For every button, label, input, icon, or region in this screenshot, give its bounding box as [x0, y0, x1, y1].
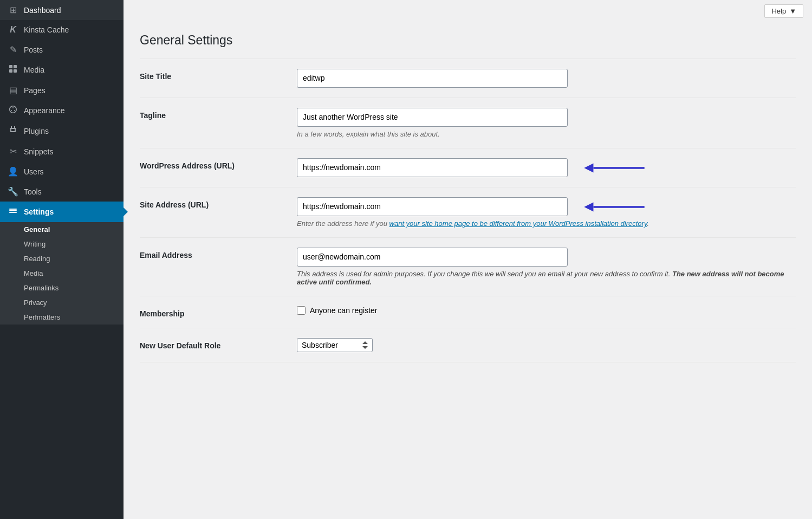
- tagline-control: In a few words, explain what this site i…: [297, 108, 796, 138]
- kinsta-icon: K: [8, 25, 18, 35]
- sidebar-item-snippets[interactable]: ✂ Snippets: [0, 141, 124, 161]
- sidebar-item-tools[interactable]: 🔧 Tools: [0, 181, 124, 202]
- sidebar-sub-item-privacy[interactable]: Privacy: [0, 295, 124, 310]
- sidebar-sub-item-perfmatters[interactable]: Perfmatters: [0, 310, 124, 325]
- site-address-help: Enter the address here if you want your …: [297, 219, 796, 228]
- settings-active-arrow: [122, 206, 128, 217]
- svg-point-5: [11, 110, 12, 111]
- site-address-arrow-container: [297, 197, 796, 216]
- sidebar-item-appearance[interactable]: Appearance: [0, 100, 124, 121]
- sidebar-item-dashboard[interactable]: ⊞ Dashboard: [0, 0, 124, 20]
- wp-address-arrow-container: [297, 158, 796, 177]
- tagline-help: In a few words, explain what this site i…: [297, 130, 796, 138]
- sidebar-item-label: Pages: [24, 86, 46, 95]
- sidebar-item-label: Snippets: [24, 147, 53, 156]
- tools-icon: 🔧: [8, 186, 18, 197]
- sidebar-item-plugins[interactable]: Plugins: [0, 121, 124, 141]
- plugins-icon: [8, 126, 18, 137]
- svg-rect-0: [9, 65, 12, 68]
- email-control: This address is used for admin purposes.…: [297, 248, 796, 286]
- svg-rect-9: [9, 212, 17, 213]
- posts-icon: ✎: [8, 44, 18, 55]
- sidebar-item-label: Kinsta Cache: [24, 25, 69, 34]
- snippets-icon: ✂: [8, 146, 18, 157]
- site-title-control: [297, 69, 796, 88]
- main-content: Help ▼ General Settings Site Title Tagli…: [124, 0, 812, 519]
- sidebar-item-label: Users: [24, 167, 44, 176]
- svg-rect-3: [14, 69, 17, 73]
- sidebar: ⊞ Dashboard K Kinsta Cache ✎ Posts Media…: [0, 0, 124, 519]
- appearance-icon: [8, 105, 18, 116]
- chevron-down-icon: ▼: [789, 7, 796, 15]
- new-user-role-control: Subscriber: [297, 338, 796, 352]
- svg-rect-2: [9, 69, 12, 73]
- site-title-input[interactable]: [297, 69, 568, 88]
- sidebar-item-label: Plugins: [24, 127, 49, 135]
- new-user-role-label: New User Default Role: [140, 338, 281, 350]
- settings-icon: [8, 206, 18, 217]
- help-button[interactable]: Help ▼: [764, 4, 803, 18]
- email-label: Email Address: [140, 248, 281, 260]
- membership-label: Membership: [140, 306, 281, 318]
- site-address-help-after: .: [647, 219, 649, 228]
- email-input[interactable]: [297, 248, 568, 267]
- email-help-normal: This address is used for admin purposes.…: [297, 270, 670, 278]
- site-title-row: Site Title: [140, 59, 796, 98]
- settings-form: Site Title Tagline In a few words, expla…: [140, 59, 796, 362]
- sidebar-sub-item-writing[interactable]: Writing: [0, 237, 124, 251]
- sidebar-item-label: Appearance: [24, 106, 65, 115]
- sidebar-sub-item-general[interactable]: General: [0, 222, 124, 237]
- topbar: Help ▼: [124, 0, 812, 22]
- sidebar-item-label: Tools: [24, 187, 42, 196]
- wp-address-control: [297, 158, 796, 177]
- svg-point-4: [12, 107, 14, 108]
- sidebar-item-label: Settings: [24, 207, 54, 216]
- sidebar-item-media[interactable]: Media: [0, 60, 124, 80]
- sidebar-sub-item-permalinks[interactable]: Permalinks: [0, 281, 124, 295]
- settings-content: General Settings Site Title Tagline In a…: [124, 22, 812, 519]
- site-address-input[interactable]: [297, 197, 568, 216]
- sidebar-item-label: Media: [24, 66, 44, 74]
- membership-control: Anyone can register: [297, 306, 796, 315]
- sidebar-item-posts[interactable]: ✎ Posts: [0, 40, 124, 60]
- wp-address-blue-arrow: [582, 161, 647, 174]
- svg-rect-8: [9, 210, 17, 211]
- membership-checkbox-row: Anyone can register: [297, 306, 796, 315]
- media-icon: [8, 64, 18, 75]
- tagline-label: Tagline: [140, 108, 281, 120]
- site-address-help-link[interactable]: want your site home page to be different…: [389, 219, 647, 228]
- svg-point-6: [14, 110, 15, 111]
- tagline-input[interactable]: [297, 108, 568, 127]
- users-icon: 👤: [8, 166, 18, 177]
- wp-address-label: WordPress Address (URL): [140, 158, 281, 170]
- settings-sub-menu: General Writing Reading Media Permalinks…: [0, 222, 124, 325]
- sidebar-item-kinsta-cache[interactable]: K Kinsta Cache: [0, 20, 124, 40]
- site-address-blue-arrow: [582, 200, 647, 213]
- svg-rect-1: [14, 65, 17, 68]
- sidebar-item-users[interactable]: 👤 Users: [0, 161, 124, 181]
- membership-checkbox-label: Anyone can register: [310, 306, 378, 315]
- site-address-help-before: Enter the address here if you: [297, 219, 389, 228]
- dashboard-icon: ⊞: [8, 5, 18, 15]
- sidebar-item-pages[interactable]: ▤ Pages: [0, 80, 124, 100]
- sidebar-item-label: Posts: [24, 46, 43, 54]
- svg-rect-7: [9, 209, 17, 210]
- sidebar-sub-item-reading[interactable]: Reading: [0, 251, 124, 266]
- wp-address-row: WordPress Address (URL): [140, 148, 796, 187]
- site-address-control: Enter the address here if you want your …: [297, 197, 796, 228]
- site-address-label: Site Address (URL): [140, 197, 281, 209]
- membership-checkbox[interactable]: [297, 306, 306, 315]
- new-user-role-select[interactable]: Subscriber: [297, 338, 373, 352]
- email-row: Email Address This address is used for a…: [140, 238, 796, 296]
- help-label: Help: [771, 7, 786, 15]
- wp-address-input[interactable]: [297, 158, 568, 177]
- sidebar-sub-item-media[interactable]: Media: [0, 266, 124, 281]
- membership-row: Membership Anyone can register: [140, 296, 796, 328]
- sidebar-item-label: Dashboard: [24, 6, 61, 15]
- pages-icon: ▤: [8, 85, 18, 95]
- site-address-row: Site Address (URL) Enter the address her…: [140, 187, 796, 238]
- svg-marker-13: [584, 202, 593, 211]
- sidebar-item-settings[interactable]: Settings: [0, 202, 124, 222]
- site-title-label: Site Title: [140, 69, 281, 81]
- email-help: This address is used for admin purposes.…: [297, 270, 796, 286]
